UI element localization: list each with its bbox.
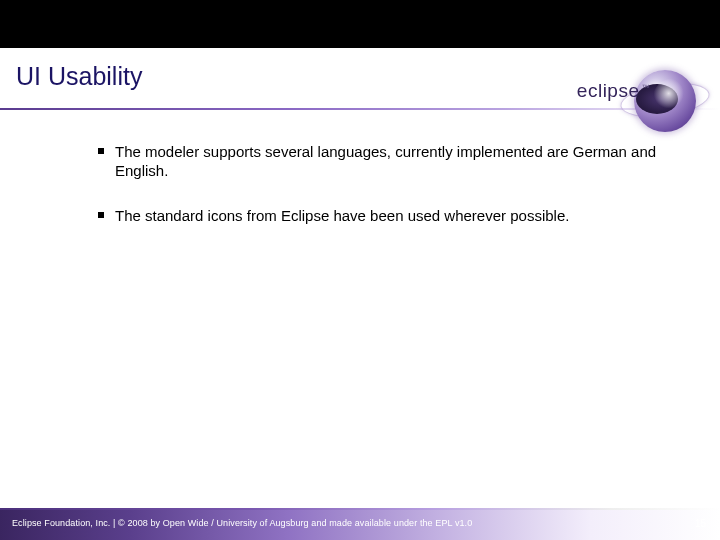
bullet-item: The standard icons from Eclipse have bee…: [98, 206, 658, 225]
logo-text: eclipse™: [577, 80, 650, 102]
eclipse-logo: eclipse™: [554, 52, 714, 132]
bullet-square-icon: [98, 212, 104, 218]
slide-body: The modeler supports several languages, …: [98, 142, 658, 252]
bullet-text: The standard icons from Eclipse have bee…: [115, 206, 569, 225]
bullet-square-icon: [98, 148, 104, 154]
slide-title: UI Usability: [16, 62, 142, 91]
bullet-text: The modeler supports several languages, …: [115, 142, 658, 180]
footer: Eclipse Foundation, Inc. | © 2008 by Ope…: [0, 508, 720, 540]
slide: UI Usability eclipse™ The modeler suppor…: [0, 0, 720, 540]
logo-trademark: ™: [642, 83, 651, 92]
top-black-bar: [0, 0, 720, 48]
logo-word: eclipse: [577, 80, 640, 101]
logo-orb-highlight: [652, 78, 696, 122]
bullet-item: The modeler supports several languages, …: [98, 142, 658, 180]
footer-copyright: Eclipse Foundation, Inc. | © 2008 by Ope…: [12, 518, 472, 528]
footer-page-number: 15: [695, 518, 706, 529]
